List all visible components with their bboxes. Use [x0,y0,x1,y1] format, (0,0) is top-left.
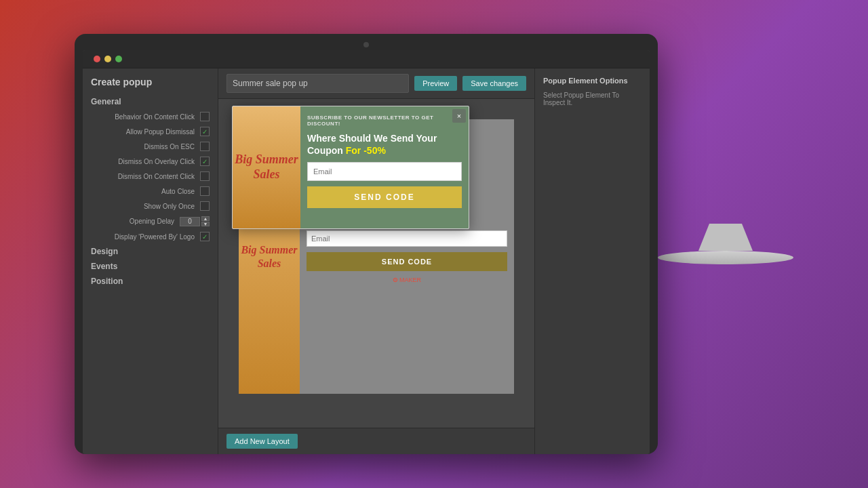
setting-checkbox[interactable] [200,157,210,166]
app-body: Create popup General Behavior On Content… [83,68,650,454]
setting-dismiss-on-overlay: Dismiss On Overlay Click [91,157,210,166]
setting-label: Auto Close [91,188,195,195]
popup-inner: Big Summer Sales SUBSCRIBE TO OUR NEWSLE… [233,106,469,228]
setting-checkbox[interactable] [200,112,210,121]
monitor-stand-base [658,251,793,264]
number-arrows: ▲ ▼ [201,216,210,226]
setting-checkbox[interactable] [200,232,210,241]
setting-powered-by: Display 'Powered By' Logo [91,232,210,241]
setting-checkbox[interactable] [200,127,210,136]
sidebar-item-design[interactable]: Design [91,247,210,256]
popup-headline: Where Should We Send Your Coupon For -50… [307,132,462,157]
setting-auto-close: Auto Close [91,186,210,196]
top-bar [83,50,650,68]
popup-subscribe-text: SUBSCRIBE TO OUR NEWSLETTER TO GET DISCO… [307,115,462,127]
arrow-up[interactable]: ▲ [201,216,210,221]
page-title: Create popup [91,77,210,87]
monitor-stand [658,224,793,264]
setting-opening-delay: Opening Delay ▲ ▼ [91,216,210,226]
arrow-down[interactable]: ▼ [201,222,210,226]
preview-button[interactable]: Preview [414,76,457,91]
popup-bg-maker: ⊙ MAKER [393,277,421,283]
opening-delay-input[interactable] [180,217,200,226]
window-max-dot[interactable] [115,56,122,62]
window-min-dot[interactable] [104,56,111,62]
popup-content-panel: SUBSCRIBE TO OUR NEWSLETTER TO GET DISCO… [300,106,469,228]
setting-label: Opening Delay [91,218,174,225]
setting-dismiss-on-content: Dismiss On Content Click [91,171,210,181]
add-layout-button[interactable]: Add New Layout [226,434,298,449]
setting-label: Show Only Once [91,203,195,210]
right-panel-title: Popup Element Options [543,77,642,85]
monitor-camera [363,42,369,47]
popup-bg-email-input[interactable] [307,230,507,247]
popup-overlay[interactable]: × Big Summer Sales SUBSCRIBE TO OUR NE [232,106,469,229]
setting-behavior-on-content-click: Behavior On Content Click [91,112,210,121]
setting-checkbox[interactable] [200,142,210,151]
editor-toolbar: Preview Save changes [218,68,534,99]
popup-send-button[interactable]: SEND CODE [307,186,462,208]
setting-label: Behavior On Content Click [91,113,195,121]
popup-bg-sales-text: Big Summer Sales [241,243,297,269]
setting-checkbox[interactable] [200,171,210,181]
setting-label: Dismiss On Content Click [91,173,195,180]
popup-close-button[interactable]: × [452,109,466,123]
setting-show-only-once: Show Only Once [91,201,210,211]
right-panel: Popup Element Options Select Popup Eleme… [534,68,650,454]
monitor-stand-neck [698,224,753,251]
window-close-dot[interactable] [94,56,100,62]
save-button[interactable]: Save changes [462,76,526,91]
app: Create popup General Behavior On Content… [83,50,650,454]
left-panel: Create popup General Behavior On Content… [83,68,218,454]
sidebar-item-events[interactable]: Events [91,262,210,271]
popup-bg-send-button[interactable]: SEND CODE [307,252,507,271]
sidebar-item-position[interactable]: Position [91,277,210,286]
general-section-header: General [91,97,210,106]
setting-dismiss-on-esc: Dismiss On ESC [91,142,210,151]
setting-allow-popup-dismissal: Allow Popup Dismissal [91,127,210,136]
setting-checkbox[interactable] [200,201,210,211]
setting-label: Dismiss On Overlay Click [91,158,195,165]
popup-name-input[interactable] [226,74,409,93]
setting-checkbox[interactable] [200,186,210,196]
bottom-toolbar: Add New Layout [218,428,534,454]
setting-label: Allow Popup Dismissal [91,128,195,136]
center-panel: Preview Save changes Big Summer Sales [218,68,534,454]
monitor: Create popup General Behavior On Content… [75,34,658,454]
canvas-area: Big Summer Sales SEND CODE ⊙ MAKER [218,99,534,428]
popup-image-panel: Big Summer Sales [233,106,300,228]
monitor-screen: Create popup General Behavior On Content… [83,50,650,454]
setting-label: Dismiss On ESC [91,143,195,150]
setting-label: Display 'Powered By' Logo [91,233,195,241]
popup-email-input[interactable] [307,162,462,181]
right-panel-hint: Select Popup Element To Inspect It. [543,92,642,106]
popup-sales-text: Big Summer Sales [235,152,298,182]
